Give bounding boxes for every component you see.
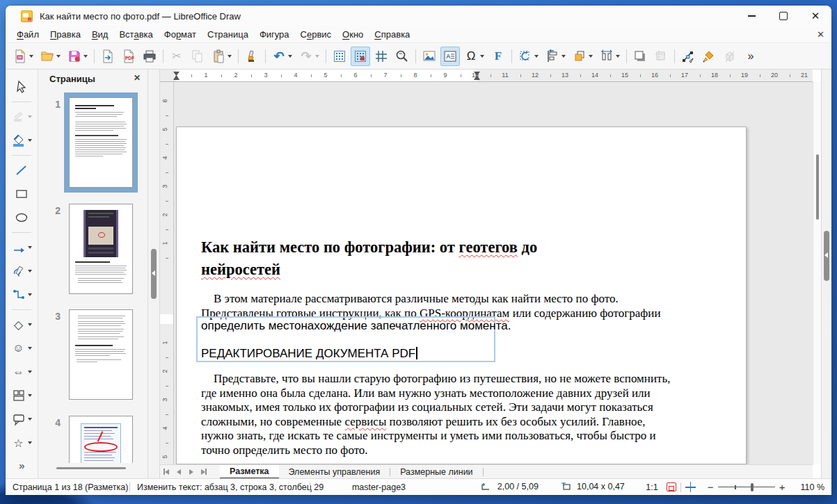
menu-вид[interactable]: Вид — [86, 28, 114, 41]
block-arrows-tool[interactable]: ⇔ — [10, 361, 33, 382]
dropdown-arrow-icon[interactable] — [28, 323, 32, 326]
selected-text-box[interactable]: определить местонахождение запечатленног… — [196, 316, 495, 362]
glue-points-button[interactable] — [699, 47, 719, 66]
special-character-button[interactable]: Ω — [461, 47, 487, 66]
menu-страница[interactable]: Страница — [202, 28, 254, 41]
layer-tab-layout[interactable]: Разметка — [220, 465, 279, 479]
dropdown-arrow-icon[interactable] — [29, 55, 33, 58]
star-shapes-tool[interactable]: ☆ — [10, 432, 33, 453]
dropdown-arrow-icon[interactable] — [28, 347, 32, 350]
close-button[interactable]: ✕ — [799, 6, 831, 26]
dropdown-arrow-icon[interactable] — [534, 55, 539, 58]
panel-splitter-left[interactable] — [148, 70, 160, 478]
status-scale[interactable]: 1:1 — [639, 482, 662, 492]
display-grid-button[interactable] — [330, 47, 349, 66]
dropdown-arrow-icon[interactable] — [28, 418, 32, 421]
toolbar-overflow-button[interactable]: » — [741, 47, 760, 66]
close-document-icon[interactable]: ✕ — [817, 29, 824, 40]
menu-файл[interactable]: Файл — [11, 28, 45, 41]
fontwork-button[interactable]: F — [488, 47, 508, 66]
dropdown-arrow-icon[interactable] — [589, 55, 593, 58]
select-tool[interactable] — [13, 76, 30, 97]
dropdown-arrow-icon[interactable] — [56, 55, 61, 58]
dropdown-arrow-icon[interactable] — [83, 55, 88, 58]
layer-tab-controls[interactable]: Элементы управления — [279, 465, 390, 479]
dropdown-arrow-icon[interactable] — [28, 139, 32, 142]
callout-shapes-tool[interactable] — [10, 409, 33, 430]
dropdown-arrow-icon[interactable] — [28, 441, 32, 444]
zoom-slider[interactable]: − + — [703, 484, 790, 491]
dropdown-arrow-icon[interactable] — [28, 293, 32, 296]
previous-layer-button[interactable] — [173, 466, 185, 478]
status-page-info[interactable]: Страница 1 из 18 (Разметка) — [6, 482, 129, 492]
page-thumbnail-1[interactable]: 1 — [38, 97, 148, 202]
dropdown-arrow-icon[interactable] — [315, 55, 319, 58]
unsaved-changes-icon[interactable] — [667, 482, 676, 491]
paste-button[interactable] — [209, 47, 234, 66]
panel-splitter-right[interactable] — [821, 70, 831, 478]
new-document-button[interactable] — [10, 47, 36, 66]
status-master-page[interactable]: master-page3 — [310, 482, 475, 492]
connectors-tool[interactable] — [10, 284, 33, 305]
fill-color-tool[interactable] — [10, 130, 33, 151]
horizontal-ruler[interactable]: 123456789101112131415161718192021 — [160, 70, 813, 82]
snap-to-grid-button[interactable] — [351, 47, 370, 66]
shadow-button[interactable] — [630, 47, 650, 66]
clone-formatting-button[interactable] — [242, 47, 262, 66]
dropdown-arrow-icon[interactable] — [480, 55, 484, 58]
document-page[interactable]: Как найти место по фотографии: от геотег… — [176, 127, 747, 464]
page-thumbnail-2[interactable]: 2 — [38, 204, 148, 308]
basic-shapes-tool[interactable]: ◇ — [10, 314, 33, 335]
dropdown-arrow-icon[interactable] — [28, 270, 32, 273]
menu-сервис[interactable]: Сервис — [295, 28, 337, 41]
zoom-slider-thumb[interactable] — [751, 483, 754, 491]
dropdown-arrow-icon[interactable] — [28, 371, 32, 373]
dropdown-arrow-icon[interactable] — [28, 246, 32, 249]
lines-and-arrows-tool[interactable] — [10, 237, 33, 258]
splitter-handle[interactable] — [151, 249, 157, 299]
menu-правка[interactable]: Правка — [45, 28, 86, 41]
insert-text-box-button[interactable]: A — [440, 47, 460, 66]
helplines-button[interactable] — [372, 47, 391, 66]
minimize-button[interactable] — [735, 6, 767, 26]
flowchart-shapes-tool[interactable] — [10, 385, 33, 406]
edit-points-button[interactable] — [678, 47, 698, 66]
curves-polygons-tool[interactable] — [10, 261, 33, 282]
layer-tab-dimension-lines[interactable]: Размерные линии — [390, 465, 482, 479]
maximize-button[interactable] — [767, 6, 799, 26]
insert-line-tool[interactable] — [13, 160, 30, 181]
open-button[interactable] — [38, 47, 63, 66]
drawing-canvas[interactable]: Как найти место по фотографии: от геотег… — [174, 82, 813, 464]
zoom-fit-icon[interactable] — [685, 482, 695, 492]
export-pdf-button[interactable]: PDF — [119, 47, 138, 66]
vertical-scrollbar[interactable] — [813, 82, 821, 464]
page-thumbnail-4[interactable]: 4 — [38, 416, 148, 463]
last-layer-button[interactable] — [198, 466, 210, 478]
transformations-button[interactable] — [516, 47, 541, 66]
menu-фигура[interactable]: Фигура — [254, 28, 295, 41]
ellipse-tool[interactable] — [13, 207, 30, 228]
distribute-button[interactable] — [597, 47, 623, 66]
dropdown-arrow-icon[interactable] — [616, 55, 620, 58]
vertical-scrollbar-thumb[interactable] — [816, 154, 819, 220]
export-button[interactable] — [98, 47, 118, 66]
zoom-button[interactable] — [392, 47, 412, 66]
rectangle-tool[interactable] — [13, 184, 30, 204]
menu-окно[interactable]: Окно — [337, 28, 369, 41]
symbol-shapes-tool[interactable]: ☺ — [10, 338, 33, 359]
undo-button[interactable]: ↶ — [269, 47, 295, 66]
zoom-in-button[interactable]: + — [775, 484, 790, 491]
thumbnail-page-preview[interactable] — [69, 309, 133, 400]
pages-panel-hscrollbar[interactable] — [56, 467, 126, 469]
dropdown-arrow-icon[interactable] — [28, 394, 32, 397]
thumbnail-page-preview[interactable] — [69, 416, 133, 463]
pages-panel-close-icon[interactable]: ✕ — [134, 73, 141, 83]
save-button[interactable] — [65, 47, 90, 66]
status-zoom-percent[interactable]: 110 % — [793, 482, 831, 492]
dropdown-arrow-icon[interactable] — [288, 55, 292, 58]
splitter-handle[interactable] — [824, 231, 829, 281]
menu-справка[interactable]: Справка — [369, 28, 415, 41]
dropdown-arrow-icon[interactable] — [28, 115, 32, 118]
align-objects-button[interactable] — [543, 47, 568, 66]
page-thumbnail-3[interactable]: 3 — [38, 309, 148, 414]
